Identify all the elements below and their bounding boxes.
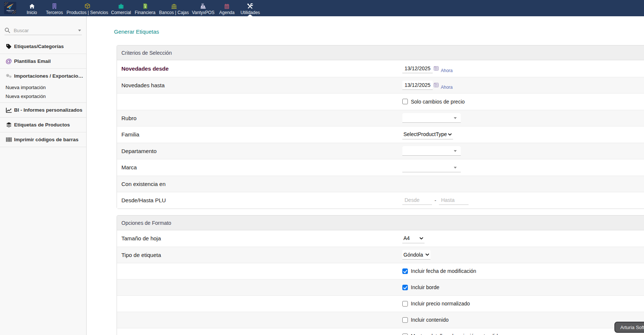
search-input[interactable]	[14, 26, 71, 34]
checkbox-incluir-borde[interactable]	[402, 285, 408, 290]
nav-item-financiera[interactable]: $ Financiera	[135, 0, 155, 16]
briefcase-icon	[118, 3, 124, 9]
departamento-dropdown[interactable]	[402, 146, 461, 156]
form-row-incluir-borde: Incluir borde	[117, 279, 644, 295]
sidebar-group-importaciones: Importaciones / Exportaciones Nueva impo…	[0, 69, 86, 103]
sidebar-item-label: BI - Informes personalizados	[14, 107, 83, 113]
familia-select[interactable]: SelectProductType	[402, 130, 453, 139]
panel-header: Opciones de Formato	[117, 216, 644, 230]
bank-icon	[171, 3, 177, 9]
panel-header: Criterios de Selección	[117, 45, 644, 60]
tipo-etiqueta-select[interactable]: Góndola	[402, 250, 430, 260]
ahora-link[interactable]: Ahora	[441, 85, 453, 90]
rubro-dropdown[interactable]	[402, 113, 461, 123]
row-label: Novedades desde	[121, 65, 402, 72]
vantyx-logo[interactable]: VANTYX	[4, 2, 16, 14]
marca-dropdown[interactable]	[402, 163, 461, 172]
form-row-con-existencia: Con existencia en	[117, 176, 644, 192]
range-separator: -	[435, 197, 436, 203]
sidebar-item-plantillas-email[interactable]: @ Plantillas Email	[0, 54, 86, 69]
row-label: Familia	[121, 131, 402, 138]
row-label: Departamento	[121, 148, 402, 154]
checkbox-label: Solo cambios de precio	[411, 99, 465, 105]
nav-item-productos-servicios[interactable]: Productos | Servicios	[67, 0, 108, 16]
svg-text:$: $	[144, 6, 146, 9]
form-row-departamento: Departamento	[117, 143, 644, 159]
panel-opciones-formato: Opciones de Formato Tamaño de hoja A4 Ti…	[117, 215, 644, 335]
nav-item-label: Bancos | Cajas	[159, 10, 189, 15]
tamano-hoja-select[interactable]: A4	[402, 234, 425, 243]
checkbox-incluir-fecha-modificacion[interactable]	[402, 268, 408, 274]
sidebar-item-imprimir-codigos[interactable]: Imprimir códigos de barras	[0, 132, 86, 147]
layers-icon	[6, 122, 12, 128]
select-value: Góndola	[403, 252, 423, 258]
row-label: Tipo de etiqueta	[121, 252, 402, 258]
sidebar-item-bi-informes[interactable]: BI - Informes personalizados	[0, 103, 86, 118]
checkbox-mostrar-detalle[interactable]	[402, 334, 408, 335]
ahora-link[interactable]: Ahora	[441, 68, 453, 73]
checkbox-incluir-contenido[interactable]	[402, 317, 408, 323]
checkbox-incluir-precio-normalizado[interactable]	[402, 301, 408, 307]
sidebar-subitem-nueva-importacion[interactable]: Nueva importación	[0, 83, 86, 92]
row-label: Novedades hasta	[121, 82, 402, 88]
home-icon	[29, 3, 34, 9]
date-input-novedades-desde[interactable]	[402, 64, 433, 73]
environment-badge: Arturia Software	[614, 322, 644, 333]
sidebar-item-importaciones-exportaciones[interactable]: Importaciones / Exportaciones	[0, 69, 86, 83]
form-row-tipo-etiqueta: Tipo de etiqueta Góndola	[117, 247, 644, 263]
nav-item-comercial[interactable]: Comercial	[111, 0, 131, 16]
sidebar-item-label: Imprimir códigos de barras	[14, 137, 78, 142]
row-label: Rubro	[121, 115, 402, 121]
plu-hasta-input[interactable]	[439, 196, 469, 205]
plu-desde-input[interactable]	[402, 196, 432, 205]
checkbox-label: Incluir borde	[411, 284, 439, 290]
nav-item-inicio[interactable]: Inicio	[27, 0, 37, 16]
calendar-picker-icon[interactable]	[434, 66, 439, 71]
select-value: SelectProductType	[403, 131, 447, 137]
at-icon: @	[6, 58, 12, 64]
sidebar-item-etiquetas-categorias[interactable]: Etiquetas/Categorías	[0, 39, 86, 54]
sidebar-subitem-label: Nueva exportación	[6, 94, 46, 99]
form-row-rubro: Rubro	[117, 110, 644, 126]
checkbox-label: Mostrar detalle y descripción extendida	[411, 333, 501, 335]
chevron-down-icon	[454, 167, 457, 169]
nav-item-bancos-cajas[interactable]: Bancos | Cajas	[159, 0, 189, 16]
nav-item-label: VantyxPOS	[192, 10, 214, 15]
panel-header-label: Criterios de Selección	[121, 50, 172, 56]
nav-item-label: Productos | Servicios	[67, 10, 108, 15]
sidebar-subitem-nueva-exportacion[interactable]: Nueva exportación	[0, 92, 86, 101]
nav-item-label: Comercial	[111, 10, 131, 15]
nav-item-terceros[interactable]: Terceros	[46, 0, 63, 16]
form-row-novedades-desde: Novedades desde Ahora	[117, 60, 644, 77]
nav-item-utilidades[interactable]: Utilidades	[241, 0, 260, 16]
form-row-incluir-contenido: Incluir contenido	[117, 312, 644, 328]
svg-text:VANTYX: VANTYX	[6, 10, 14, 11]
main-content: Generar Etiquetas Criterios de Selección…	[87, 16, 644, 335]
nav-item-agenda[interactable]: Agenda	[219, 0, 234, 16]
chevron-down-icon	[448, 133, 452, 136]
checkbox-solo-cambios-de-precio[interactable]	[402, 99, 408, 104]
form-row-marca: Marca	[117, 159, 644, 176]
chevron-down-icon	[425, 253, 429, 256]
top-navbar: VANTYX Inicio Terceros Productos | Servi…	[0, 0, 644, 16]
tools-icon	[247, 3, 253, 9]
form-row-mostrar-detalle: Mostrar detalle y descripción extendida	[117, 328, 644, 335]
nav-item-vantyxpos[interactable]: VantyxPOS	[192, 0, 214, 16]
sidebar-item-etiquetas-productos[interactable]: Etiquetas de Productos	[0, 118, 86, 132]
date-input-novedades-hasta[interactable]	[402, 81, 433, 90]
search-dropdown-caret-icon[interactable]	[78, 30, 81, 31]
checkbox-label: Incluir contenido	[411, 317, 449, 323]
sidebar-item-label: Importaciones / Exportaciones	[14, 73, 84, 79]
form-row-incluir-precio: Incluir precio normalizado	[117, 295, 644, 312]
calendar-picker-icon[interactable]	[434, 83, 439, 87]
row-label: Tamaño de hoja	[121, 235, 402, 241]
chart-line-icon	[6, 108, 12, 113]
sidebar-menu: Etiquetas/Categorías @ Plantillas Email …	[0, 39, 86, 147]
panel-header-label: Opciones de Formato	[121, 220, 171, 226]
form-row-desde-hasta-plu: Desde/Hasta PLU -	[117, 192, 644, 209]
form-row-novedades-hasta: Novedades hasta Ahora	[117, 77, 644, 94]
search-icon	[4, 27, 10, 33]
form-row-familia: Familia SelectProductType	[117, 126, 644, 143]
left-sidebar: Etiquetas/Categorías @ Plantillas Email …	[0, 16, 87, 335]
building-icon	[52, 3, 57, 9]
